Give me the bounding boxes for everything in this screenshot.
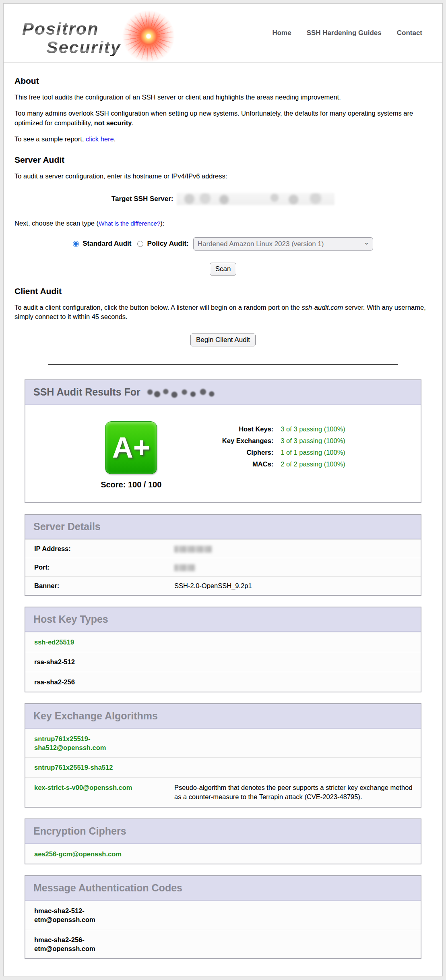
grade-badge: A+ <box>105 421 157 474</box>
begin-client-audit-button[interactable]: Begin Client Audit <box>190 334 256 346</box>
scan-type-pre: Next, choose the scan type ( <box>14 220 99 227</box>
server-details-panel: Server Details IP Address: Port: Banner:… <box>25 514 421 596</box>
algo-row: hmac-sha2-512-etm@openssh.com <box>25 901 421 930</box>
detail-row-ip: IP Address: <box>25 539 421 558</box>
host-key-types-header: Host Key Types <box>25 607 421 632</box>
algo-row: hmac-sha2-256-etm@openssh.com <box>25 930 421 959</box>
algo-row: sntrup761x25519-sha512 <box>25 757 421 777</box>
algo-row: ssh-ed25519 <box>25 632 421 652</box>
positron-security-logo: Positron Security <box>12 6 182 60</box>
about-p3-text: To see a sample report, <box>14 135 86 143</box>
target-server-row: Target SSH Server: <box>14 193 432 205</box>
stat-row-host-keys: Host Keys: 3 of 3 passing (100%) <box>186 425 345 433</box>
encryption-ciphers-header: Encryption Ciphers <box>25 819 421 844</box>
algo-name: ssh-ed25519 <box>34 638 174 646</box>
ssh-audit-results-panel: SSH Audit Results For A+ Score: 100 / 10… <box>25 379 421 503</box>
scan-type-row: Standard Audit Policy Audit: Hardened Am… <box>14 237 432 251</box>
results-panel-header: SSH Audit Results For <box>25 380 421 405</box>
nav-ssh-hardening-guides[interactable]: SSH Hardening Guides <box>307 29 382 37</box>
policy-select[interactable]: Hardened Amazon Linux 2023 (version 1) <box>193 237 373 251</box>
grade-column: A+ Score: 100 / 100 <box>101 421 161 489</box>
redacted-ip <box>174 546 212 553</box>
encryption-ciphers-panel: Encryption Ciphers aes256-gcm@openssh.co… <box>25 818 421 864</box>
policy-audit-radio[interactable] <box>137 241 143 247</box>
about-paragraph-2: Too many admins overlook SSH configurati… <box>14 109 432 128</box>
stat-row-key-exchanges: Key Exchanges: 3 of 3 passing (100%) <box>186 437 345 445</box>
algo-note <box>174 734 413 752</box>
host-key-types-panel: Host Key Types ssh-ed25519 rsa-sha2-512 … <box>25 607 421 692</box>
algo-name: sntrup761x25519-sha512@openssh.com <box>34 734 174 752</box>
main-nav: Home SSH Hardening Guides Contact <box>272 29 422 37</box>
standard-audit-radio[interactable] <box>73 241 79 247</box>
key-exchange-panel: Key Exchange Algorithms sntrup761x25519-… <box>25 703 421 808</box>
stat-value: 3 of 3 passing (100%) <box>281 425 345 433</box>
algo-name: kex-strict-s-v00@openssh.com <box>34 783 174 802</box>
detail-label: IP Address: <box>34 545 174 553</box>
stat-row-macs: MACs: 2 of 2 passing (100%) <box>186 460 345 468</box>
scan-type-difference-link[interactable]: What is the difference? <box>99 220 160 227</box>
sample-report-link[interactable]: click here <box>86 135 114 143</box>
detail-label: Banner: <box>34 582 174 590</box>
macs-header: Message Authentication Codes <box>25 876 421 901</box>
algo-row: rsa-sha2-512 <box>25 652 421 671</box>
target-server-input[interactable] <box>177 193 334 205</box>
algo-row: rsa-sha2-256 <box>25 672 421 692</box>
client-audit-domain: ssh-audit.com <box>302 304 343 311</box>
results-body: A+ Score: 100 / 100 Host Keys: 3 of 3 pa… <box>25 405 421 502</box>
site-header: Positron Security Home SSH Hardening Gui… <box>4 4 442 63</box>
redacted-port <box>174 564 195 571</box>
about-heading: About <box>14 76 432 86</box>
stat-row-ciphers: Ciphers: 1 of 1 passing (100%) <box>186 449 345 456</box>
server-audit-intro: To audit a server configuration, enter i… <box>14 172 432 181</box>
section-divider <box>48 364 398 365</box>
policy-audit-label: Policy Audit: <box>147 240 188 248</box>
detail-row-banner: Banner: SSH-2.0-OpenSSH_9.2p1 <box>25 576 421 595</box>
stat-label: Ciphers: <box>186 449 273 456</box>
target-server-label: Target SSH Server: <box>112 195 173 203</box>
algo-name: rsa-sha2-256 <box>34 678 174 686</box>
standard-audit-label: Standard Audit <box>83 240 131 248</box>
stat-label: MACs: <box>186 460 273 468</box>
starburst-icon <box>122 10 175 63</box>
detail-value-redacted <box>174 564 195 571</box>
algo-name: hmac-sha2-256-etm@openssh.com <box>34 935 174 953</box>
algo-note <box>174 763 413 772</box>
algo-row: sntrup761x25519-sha512@openssh.com <box>25 729 421 758</box>
algo-name: aes256-gcm@openssh.com <box>34 849 174 858</box>
detail-label: Port: <box>34 564 174 571</box>
algo-name: hmac-sha2-512-etm@openssh.com <box>34 906 174 924</box>
algo-name: rsa-sha2-512 <box>34 657 174 666</box>
scan-type-post: ): <box>160 220 164 227</box>
server-audit-heading: Server Audit <box>14 155 432 165</box>
nav-home[interactable]: Home <box>272 29 291 37</box>
algo-row: kex-strict-s-v00@openssh.com Pseudo-algo… <box>25 777 421 807</box>
nav-contact[interactable]: Contact <box>397 29 422 37</box>
stat-label: Host Keys: <box>186 425 273 433</box>
redacted-hostname <box>146 388 217 398</box>
key-exchange-header: Key Exchange Algorithms <box>25 704 421 729</box>
scan-button[interactable]: Scan <box>210 263 237 276</box>
algo-note: Pseudo-algorithm that denotes the peer s… <box>174 783 413 802</box>
algo-name: sntrup761x25519-sha512 <box>34 763 174 772</box>
page-content: About This free tool audits the configur… <box>4 63 442 976</box>
client-audit-paragraph: To audit a client configuration, click t… <box>14 303 432 322</box>
results-stats: Host Keys: 3 of 3 passing (100%) Key Exc… <box>186 425 345 472</box>
about-p3-period: . <box>114 135 116 143</box>
client-audit-pre: To audit a client configuration, click t… <box>14 304 302 311</box>
about-p2-period: . <box>132 119 134 126</box>
main-card: Positron Security Home SSH Hardening Gui… <box>3 3 443 976</box>
client-audit-heading: Client Audit <box>14 286 432 296</box>
about-paragraph-1: This free tool audits the configuration … <box>14 93 432 102</box>
about-p2-text: Too many admins overlook SSH configurati… <box>14 110 413 126</box>
detail-value-redacted <box>174 545 212 553</box>
results-title: SSH Audit Results For <box>33 386 140 398</box>
server-details-header: Server Details <box>25 515 421 539</box>
stat-value: 1 of 1 passing (100%) <box>281 449 345 456</box>
about-p2-bold: not security <box>94 119 132 126</box>
stat-label: Key Exchanges: <box>186 437 273 445</box>
policy-select-wrap: Hardened Amazon Linux 2023 (version 1) ⌄ <box>193 237 373 251</box>
stat-value: 3 of 3 passing (100%) <box>281 437 345 445</box>
about-paragraph-3: To see a sample report, click here. <box>14 135 432 144</box>
score-text: Score: 100 / 100 <box>101 480 161 489</box>
logo-line2: Security <box>46 39 121 56</box>
